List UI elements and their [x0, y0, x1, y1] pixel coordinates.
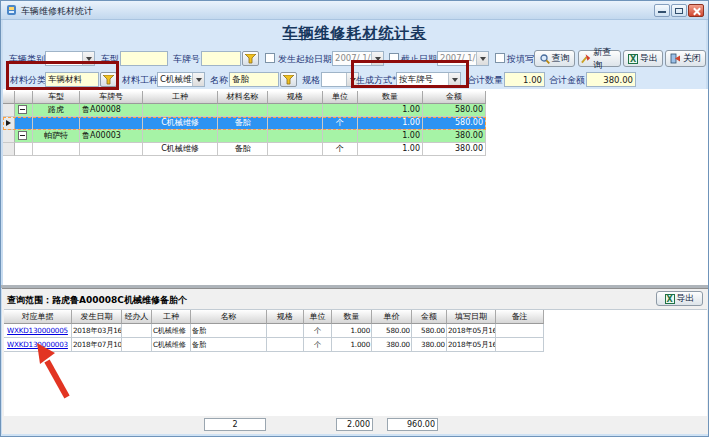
summary-qty-box [336, 418, 373, 431]
cell: 380.00 [372, 338, 412, 352]
cell [323, 130, 358, 143]
summary-count-box [204, 418, 266, 431]
chevron-down-icon[interactable] [476, 52, 488, 65]
cell [33, 143, 80, 156]
doc-link-cell: WXKD130000005 [4, 324, 72, 338]
cell: 个 [323, 117, 358, 130]
row-marker [3, 143, 15, 156]
chevron-down-icon[interactable] [82, 52, 94, 65]
name-picker-button[interactable] [280, 72, 297, 87]
cell: 580.00 [372, 324, 412, 338]
cell: 380.00 [412, 338, 447, 352]
page-title: 车辆维修耗材统计表 [1, 24, 708, 43]
detail-panel: 查询范围：路虎鲁A00008C机械维修备胎个 X 导出 对应单据发生日期经办人工… [2, 288, 709, 434]
main-table-header-row: 车型车牌号工种材料名称规格单位数量金额 [3, 91, 486, 104]
vehicle-model-input[interactable] [120, 51, 168, 66]
chevron-down-icon[interactable] [371, 52, 383, 65]
cell: C机械维修 [152, 324, 191, 338]
header-cell: 数量 [332, 310, 372, 324]
close-form-button-label: 关闭 [683, 52, 701, 65]
spec-label: 规格 [302, 74, 320, 87]
collapse-minus-icon[interactable] [18, 105, 27, 114]
plate-input[interactable] [201, 51, 241, 66]
export-button[interactable]: X 导出 [623, 50, 663, 67]
cell: 2018年05月16日 [447, 324, 496, 338]
cell: 备胎 [191, 338, 267, 352]
export-detail-button-label: 导出 [677, 292, 695, 305]
collapse-minus-icon[interactable] [18, 131, 27, 140]
cell: 380.00 [423, 143, 486, 156]
cell: 鲁A00008 [80, 104, 143, 117]
table-row[interactable]: WXKD1300000052018年03月16日C机械维修备胎个1.000580… [4, 324, 707, 338]
cell: 鲁A00003 [80, 130, 143, 143]
cell: 1.00 [358, 143, 423, 156]
table-row[interactable]: WXKD1300000032018年07月10日C机械维修备胎个1.000380… [4, 338, 707, 352]
picker-funnel-icon [103, 75, 114, 85]
cell: 2018年07月10日 [72, 338, 122, 352]
start-date-checkbox[interactable] [265, 53, 275, 63]
expand-cell [15, 117, 33, 130]
table-row[interactable]: 帕萨特鲁A000031.00380.00 [3, 130, 486, 143]
header-cell: 车型 [33, 91, 80, 104]
doc-link[interactable]: WXKD130000003 [7, 340, 68, 349]
end-date-checkbox[interactable] [389, 53, 399, 63]
header-cell: 规格 [268, 91, 323, 104]
cell: C机械维修 [143, 143, 218, 156]
expand-cell[interactable] [15, 104, 33, 117]
end-date-combo[interactable]: 2007/ 1/31 [437, 51, 489, 66]
cell: 2018年05月16日 [447, 338, 496, 352]
query-button[interactable]: 查询 [534, 50, 575, 67]
cell: 1.00 [358, 117, 423, 130]
by-fill-date-checkbox[interactable] [495, 53, 505, 63]
header-cell: 发生日期 [72, 310, 122, 324]
magnifier-icon [540, 54, 550, 64]
total-qty-input[interactable] [504, 72, 545, 87]
material-worktype-combo[interactable]: C机械维修 [157, 72, 205, 87]
header-cell: 材料名称 [218, 91, 268, 104]
plate-picker-button[interactable] [242, 51, 259, 66]
material-category-picker-button[interactable] [100, 72, 117, 87]
gen-mode-combo[interactable]: 按车牌号 [396, 72, 461, 87]
cell: 个 [304, 338, 332, 352]
window-title: 车辆维修耗材统计 [21, 5, 93, 18]
cell [268, 117, 323, 130]
main-grid-area: 车型车牌号工种材料名称规格单位数量金额 路虎鲁A000081.00580.00C… [3, 89, 708, 286]
picker-funnel-icon [283, 75, 294, 85]
vehicle-category-combo[interactable] [45, 51, 95, 66]
close-button[interactable] [688, 4, 704, 17]
chevron-down-icon[interactable] [192, 73, 204, 86]
expand-cell[interactable] [15, 130, 33, 143]
spec-combo[interactable] [321, 72, 359, 87]
minimize-button[interactable] [654, 4, 670, 17]
start-date-combo[interactable]: 2007/ 1/31 [332, 51, 384, 66]
table-row[interactable]: C机械维修备胎个1.00380.00 [3, 143, 486, 156]
name-input[interactable] [229, 72, 279, 87]
chevron-down-icon[interactable] [448, 73, 460, 86]
cell: 1.000 [332, 338, 372, 352]
total-amount-input[interactable] [586, 72, 636, 87]
cell [122, 324, 152, 338]
cell [218, 130, 268, 143]
cell: 380.00 [423, 130, 486, 143]
current-row-arrow-icon [6, 120, 11, 126]
doc-link[interactable]: WXKD130000005 [7, 326, 68, 335]
new-query-button[interactable]: 新查询 [578, 50, 621, 67]
maximize-button[interactable] [671, 4, 687, 17]
material-worktype-label: 材料工种 [122, 74, 158, 87]
table-row[interactable]: 路虎鲁A000081.00580.00 [3, 104, 486, 117]
detail-table: 对应单据发生日期经办人工种名称规格单位数量单价金额填写日期备注 WXKD1300… [4, 309, 707, 416]
header-cell: 经办人 [122, 310, 152, 324]
close-form-button[interactable]: 关闭 [665, 50, 706, 67]
header-cell: 金额 [412, 310, 447, 324]
material-category-input[interactable] [45, 72, 99, 87]
cell [496, 338, 544, 352]
query-scope-text: 查询范围：路虎鲁A00008C机械维修备胎个 [7, 294, 187, 307]
table-row[interactable]: C机械维修备胎个1.00580.00 [3, 117, 486, 130]
name-label: 名称 [210, 74, 228, 87]
expand-cell [15, 143, 33, 156]
picker-funnel-icon [245, 54, 256, 64]
cell: 个 [323, 143, 358, 156]
header-cell: 填写日期 [447, 310, 496, 324]
export-detail-button[interactable]: X 导出 [656, 291, 703, 306]
cell: 备胎 [218, 143, 268, 156]
